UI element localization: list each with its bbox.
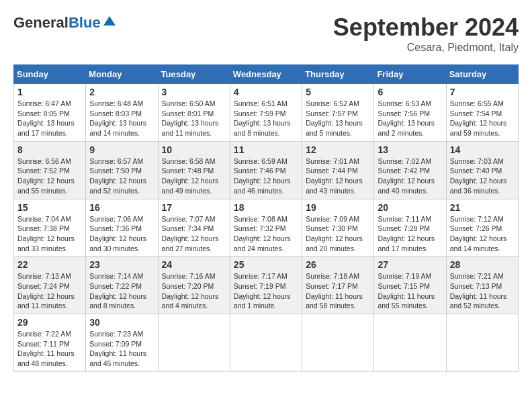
- calendar-cell: 30Sunrise: 7:23 AM Sunset: 7:09 PM Dayli…: [86, 314, 158, 372]
- calendar-week-row: 8Sunrise: 6:56 AM Sunset: 7:52 PM Daylig…: [14, 141, 519, 199]
- calendar-cell: 1Sunrise: 6:47 AM Sunset: 8:05 PM Daylig…: [14, 84, 86, 142]
- day-number: 30: [89, 317, 154, 328]
- day-info: Sunrise: 6:48 AM Sunset: 8:03 PM Dayligh…: [89, 99, 154, 138]
- day-info: Sunrise: 6:57 AM Sunset: 7:50 PM Dayligh…: [89, 156, 154, 196]
- day-number: 4: [234, 87, 298, 97]
- day-info: Sunrise: 7:06 AM Sunset: 7:36 PM Dayligh…: [89, 214, 154, 254]
- calendar-cell: 16Sunrise: 7:06 AM Sunset: 7:36 PM Dayli…: [86, 199, 158, 257]
- calendar-cell: 24Sunrise: 7:16 AM Sunset: 7:20 PM Dayli…: [158, 257, 230, 314]
- day-number: 21: [450, 202, 515, 213]
- day-number: 9: [89, 144, 154, 155]
- day-info: Sunrise: 6:58 AM Sunset: 7:48 PM Dayligh…: [162, 156, 226, 196]
- column-header-wednesday: Wednesday: [230, 65, 302, 84]
- logo-icon: [102, 13, 117, 28]
- day-number: 29: [17, 317, 82, 328]
- day-info: Sunrise: 6:56 AM Sunset: 7:52 PM Dayligh…: [17, 156, 82, 196]
- day-info: Sunrise: 7:19 AM Sunset: 7:15 PM Dayligh…: [378, 271, 442, 311]
- title-area: September 2024 Cesara, Piedmont, Italy: [333, 13, 519, 54]
- day-info: Sunrise: 6:59 AM Sunset: 7:46 PM Dayligh…: [234, 156, 298, 196]
- column-header-saturday: Saturday: [446, 65, 518, 84]
- location-subtitle: Cesara, Piedmont, Italy: [333, 42, 519, 54]
- calendar-cell: 11Sunrise: 6:59 AM Sunset: 7:46 PM Dayli…: [230, 141, 302, 199]
- day-number: 14: [450, 144, 515, 155]
- day-number: 20: [378, 202, 442, 213]
- calendar-cell: [158, 314, 230, 372]
- page-header: GeneralBlue September 2024 Cesara, Piedm…: [13, 13, 519, 54]
- day-number: 17: [162, 202, 226, 213]
- day-info: Sunrise: 7:21 AM Sunset: 7:13 PM Dayligh…: [450, 271, 515, 311]
- day-info: Sunrise: 7:08 AM Sunset: 7:32 PM Dayligh…: [234, 214, 298, 254]
- calendar-week-row: 29Sunrise: 7:22 AM Sunset: 7:11 PM Dayli…: [14, 314, 519, 372]
- calendar-cell: 28Sunrise: 7:21 AM Sunset: 7:13 PM Dayli…: [446, 257, 518, 314]
- day-number: 18: [234, 202, 298, 213]
- day-number: 24: [162, 259, 226, 270]
- calendar-week-row: 22Sunrise: 7:13 AM Sunset: 7:24 PM Dayli…: [14, 257, 519, 314]
- calendar-cell: 7Sunrise: 6:55 AM Sunset: 7:54 PM Daylig…: [446, 84, 518, 142]
- calendar-cell: 22Sunrise: 7:13 AM Sunset: 7:24 PM Dayli…: [14, 257, 86, 314]
- column-header-sunday: Sunday: [14, 65, 86, 84]
- calendar-cell: 19Sunrise: 7:09 AM Sunset: 7:30 PM Dayli…: [302, 199, 374, 257]
- day-info: Sunrise: 6:51 AM Sunset: 7:59 PM Dayligh…: [234, 99, 298, 138]
- calendar-cell: 10Sunrise: 6:58 AM Sunset: 7:48 PM Dayli…: [158, 141, 230, 199]
- day-info: Sunrise: 7:07 AM Sunset: 7:34 PM Dayligh…: [162, 214, 226, 254]
- day-info: Sunrise: 7:02 AM Sunset: 7:42 PM Dayligh…: [378, 156, 442, 196]
- day-number: 8: [17, 144, 82, 155]
- calendar-cell: 9Sunrise: 6:57 AM Sunset: 7:50 PM Daylig…: [86, 141, 158, 199]
- day-info: Sunrise: 6:53 AM Sunset: 7:56 PM Dayligh…: [378, 99, 442, 138]
- day-number: 11: [234, 144, 298, 155]
- calendar-cell: 20Sunrise: 7:11 AM Sunset: 7:28 PM Dayli…: [374, 199, 446, 257]
- day-info: Sunrise: 7:13 AM Sunset: 7:24 PM Dayligh…: [17, 271, 82, 311]
- day-number: 16: [89, 202, 154, 213]
- calendar-header-row: SundayMondayTuesdayWednesdayThursdayFrid…: [14, 65, 519, 84]
- calendar-cell: 26Sunrise: 7:18 AM Sunset: 7:17 PM Dayli…: [302, 257, 374, 314]
- logo-general: General: [13, 14, 69, 31]
- calendar-cell: 14Sunrise: 7:03 AM Sunset: 7:40 PM Dayli…: [446, 141, 518, 199]
- calendar-cell: [302, 314, 374, 372]
- day-info: Sunrise: 7:03 AM Sunset: 7:40 PM Dayligh…: [450, 156, 515, 196]
- calendar-cell: 21Sunrise: 7:12 AM Sunset: 7:26 PM Dayli…: [446, 199, 518, 257]
- day-number: 3: [162, 87, 226, 97]
- day-number: 12: [306, 144, 370, 155]
- day-info: Sunrise: 7:17 AM Sunset: 7:19 PM Dayligh…: [234, 271, 298, 311]
- day-number: 6: [378, 87, 442, 97]
- calendar-cell: 27Sunrise: 7:19 AM Sunset: 7:15 PM Dayli…: [374, 257, 446, 314]
- day-info: Sunrise: 7:18 AM Sunset: 7:17 PM Dayligh…: [306, 271, 370, 311]
- day-number: 10: [162, 144, 226, 155]
- day-info: Sunrise: 6:50 AM Sunset: 8:01 PM Dayligh…: [162, 99, 226, 138]
- day-info: Sunrise: 7:14 AM Sunset: 7:22 PM Dayligh…: [89, 271, 154, 311]
- calendar-cell: 2Sunrise: 6:48 AM Sunset: 8:03 PM Daylig…: [86, 84, 158, 142]
- calendar-cell: 8Sunrise: 6:56 AM Sunset: 7:52 PM Daylig…: [14, 141, 86, 199]
- calendar-cell: [374, 314, 446, 372]
- calendar-week-row: 1Sunrise: 6:47 AM Sunset: 8:05 PM Daylig…: [14, 84, 519, 142]
- day-info: Sunrise: 7:11 AM Sunset: 7:28 PM Dayligh…: [378, 214, 442, 254]
- calendar-cell: 18Sunrise: 7:08 AM Sunset: 7:32 PM Dayli…: [230, 199, 302, 257]
- calendar-cell: 6Sunrise: 6:53 AM Sunset: 7:56 PM Daylig…: [374, 84, 446, 142]
- calendar-cell: 23Sunrise: 7:14 AM Sunset: 7:22 PM Dayli…: [86, 257, 158, 314]
- column-header-tuesday: Tuesday: [158, 65, 230, 84]
- day-info: Sunrise: 6:47 AM Sunset: 8:05 PM Dayligh…: [17, 99, 82, 138]
- column-header-thursday: Thursday: [302, 65, 374, 84]
- logo: GeneralBlue: [13, 13, 117, 32]
- day-info: Sunrise: 7:09 AM Sunset: 7:30 PM Dayligh…: [306, 214, 370, 254]
- day-number: 23: [89, 259, 154, 270]
- calendar-cell: [230, 314, 302, 372]
- calendar-cell: 5Sunrise: 6:52 AM Sunset: 7:57 PM Daylig…: [302, 84, 374, 142]
- day-number: 25: [234, 259, 298, 270]
- day-number: 28: [450, 259, 515, 270]
- logo-blue: Blue: [69, 14, 101, 31]
- calendar-cell: 17Sunrise: 7:07 AM Sunset: 7:34 PM Dayli…: [158, 199, 230, 257]
- day-number: 27: [378, 259, 442, 270]
- day-info: Sunrise: 7:23 AM Sunset: 7:09 PM Dayligh…: [89, 329, 154, 369]
- calendar-cell: 25Sunrise: 7:17 AM Sunset: 7:19 PM Dayli…: [230, 257, 302, 314]
- calendar-cell: [446, 314, 518, 372]
- calendar-cell: 4Sunrise: 6:51 AM Sunset: 7:59 PM Daylig…: [230, 84, 302, 142]
- day-number: 1: [17, 87, 82, 97]
- column-header-monday: Monday: [86, 65, 158, 84]
- column-header-friday: Friday: [374, 65, 446, 84]
- calendar-cell: 15Sunrise: 7:04 AM Sunset: 7:38 PM Dayli…: [14, 199, 86, 257]
- calendar-cell: 12Sunrise: 7:01 AM Sunset: 7:44 PM Dayli…: [302, 141, 374, 199]
- day-number: 15: [17, 202, 82, 213]
- day-number: 19: [306, 202, 370, 213]
- day-info: Sunrise: 7:22 AM Sunset: 7:11 PM Dayligh…: [17, 329, 82, 369]
- day-info: Sunrise: 6:55 AM Sunset: 7:54 PM Dayligh…: [450, 99, 515, 138]
